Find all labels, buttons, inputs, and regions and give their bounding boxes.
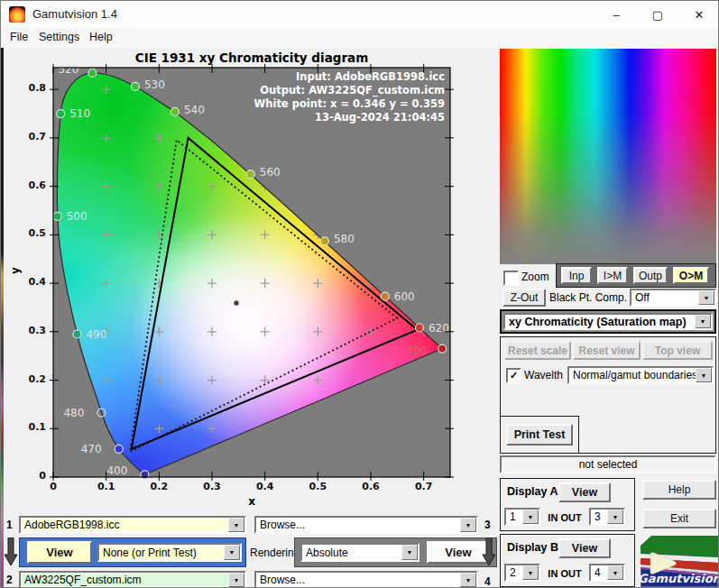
view-options-group: Reset scale Reset view Top view ✓ Wavelt… [500,336,716,454]
menu-help[interactable]: Help [88,31,115,43]
y-tick-label: 0 [15,470,46,482]
x-tick-label: 0.5 [304,481,331,492]
help-button[interactable]: Help [642,480,716,500]
display-a-out-select[interactable]: 3 ▼ [589,508,625,526]
rendering-intent-select[interactable]: Absolute ▼ [300,543,419,562]
display-a-in-select[interactable]: 1 ▼ [504,508,540,526]
y-tick-label: 0.2 [15,373,46,385]
minimize-button[interactable]: – [595,1,637,28]
wavelength-dot-540 [171,107,179,115]
wavelength-label-400: 400 [106,464,127,477]
display-a-view-button[interactable]: View [558,482,611,502]
gamutvision-logo: Gamutvision [641,536,718,587]
view-b-button[interactable]: View [427,541,490,564]
dropdown-arrow-icon[interactable]: ▼ [460,573,476,587]
wavelength-dot-560 [246,170,254,179]
menu-file[interactable]: File [8,31,30,43]
x-tick-label: 0.6 [357,481,384,492]
zoom-checkbox[interactable] [503,271,519,286]
dropdown-arrow-icon[interactable]: ▼ [224,545,240,560]
input-profile-select[interactable]: AdobeRGB1998.icc ▼ [19,516,246,534]
logo-text: Gamutvision [641,572,718,585]
zout-button[interactable]: Z-Out [502,289,546,307]
browse-2-select[interactable]: Browse... ▼ [254,571,478,588]
wavelength-label-580: 580 [334,233,355,245]
chromaticity-plot[interactable]: 4004704804905005105205305405605806006207… [50,64,454,481]
display-a-in-value: 1 [506,510,522,523]
y-axis-label: y [9,267,22,274]
x-tick-label: 0.7 [410,481,438,492]
reset-view-button[interactable]: Reset view [573,341,641,360]
x-tick-label: 0.3 [198,481,226,492]
dropdown-arrow-icon[interactable]: ▼ [522,510,539,524]
reset-scale-button[interactable]: Reset scale [504,341,571,360]
top-view-button[interactable]: Top view [642,341,713,360]
browse-1-select[interactable]: Browse... ▼ [254,516,478,534]
dropdown-arrow-icon[interactable]: ▼ [607,565,623,580]
profile-4-number: 4 [484,575,491,588]
titlebar: Gamutvision 1.4 – ▢ ✕ [1,1,719,29]
wavelength-label-490: 490 [86,328,106,341]
black-pt-comp-select[interactable]: Off ▼ [630,289,716,307]
view-a-button[interactable]: View [27,541,92,564]
saturation-map-view[interactable] [500,49,716,264]
dropdown-arrow-icon[interactable]: ▼ [228,518,244,532]
dropdown-arrow-icon[interactable]: ▼ [698,290,714,305]
wavelength-dot-510 [57,110,65,118]
white-point-marker [234,300,239,306]
wavelength-label-510: 510 [69,107,90,120]
dropdown-arrow-icon[interactable]: ▼ [460,518,476,532]
left-edge-artifact [1,48,4,588]
rendering-panel: Absolute ▼ View [294,537,497,567]
profile-2-number: 2 [6,574,13,586]
y-tick-label: 0.6 [15,179,46,191]
x-axis-label: x [243,495,261,508]
i2m-view-button[interactable]: I>M [597,267,628,284]
annotation-date: 13-Aug-2024 21:04:45 [315,111,445,124]
wavelength-label-530: 530 [144,78,165,91]
dropdown-arrow-icon[interactable]: ▼ [522,565,539,580]
dropdown-arrow-icon[interactable]: ▼ [607,510,623,524]
display-b-out-select[interactable]: 4 ▼ [589,564,625,582]
output-profile-select[interactable]: AW3225QF_custom.icm ▼ [19,571,246,588]
status-bar: not selected [500,455,716,473]
wavelength-dot-470 [115,445,123,453]
print-test-button[interactable]: Print Test [506,424,573,446]
wavelength-dot-600 [381,292,389,300]
display-a-out-value: 3 [591,510,607,523]
wavelength-label-520: 520 [58,64,78,76]
dropdown-arrow-icon[interactable]: ▼ [401,545,418,560]
black-pt-comp-label: Black Pt. Comp. [548,291,627,304]
close-button[interactable]: ✕ [678,1,719,28]
flow-arrow-left-icon [4,537,18,566]
print-test-select[interactable]: None (or Print Test) ▼ [97,543,242,562]
outp-view-button[interactable]: Outp [633,267,668,284]
rendering-intent-value: Absolute [302,547,401,559]
dropdown-arrow-icon[interactable]: ▼ [695,315,711,328]
dropdown-arrow-icon[interactable]: ▼ [696,368,712,382]
o2m-view-button[interactable]: O>M [673,267,709,284]
x-tick-label: 0.2 [145,481,172,492]
menu-settings[interactable]: Settings [37,31,81,43]
black-pt-comp-value: Off [631,291,698,304]
display-b-in-select[interactable]: 2 ▼ [504,564,540,582]
maximize-button[interactable]: ▢ [637,1,678,28]
boundaries-select[interactable]: Normal/gamut boundaries ▼ [567,366,714,384]
inp-view-button[interactable]: Inp [561,267,592,284]
profile-3-number: 3 [484,519,491,531]
wavelength-dot-580 [320,237,328,245]
exit-button[interactable]: Exit [642,509,716,528]
wavelth-checkbox-label: Wavelth [524,369,563,381]
x-tick-label: 0 [40,481,67,492]
x-tick-label: 0.1 [93,481,120,492]
wavelength-dot-620 [415,324,423,332]
dropdown-arrow-icon[interactable]: ▼ [228,573,244,587]
wavelength-label-470: 470 [81,443,102,455]
app-window: Gamutvision 1.4 – ▢ ✕ File Settings Help… [0,0,719,588]
output-profile-value: AW3225QF_custom.icm [21,574,228,586]
window-title: Gamutvision 1.4 [32,7,117,21]
wavelth-checkbox[interactable]: ✓ [506,368,521,383]
display-b-view-button[interactable]: View [558,538,611,558]
display-a-inout-label: IN OUT [544,512,585,523]
display-mode-select[interactable]: xy Chromaticity (Saturation map) ▼ [503,313,713,330]
